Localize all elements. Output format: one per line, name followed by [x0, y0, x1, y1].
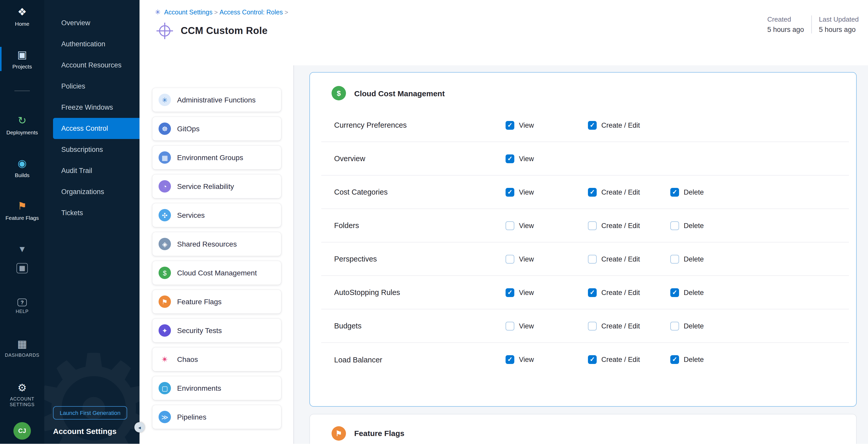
- resource-card-gitops[interactable]: ☸GitOps: [152, 117, 281, 140]
- permission-resource-label: Overview: [321, 154, 505, 163]
- resource-card-label: Environments: [177, 384, 221, 392]
- checkbox-autostopping-rules-view[interactable]: ✓: [505, 288, 514, 297]
- checkbox-cost-categories-delete[interactable]: ✓: [670, 188, 679, 196]
- rail-item-deployments[interactable]: ↻Deployments: [0, 113, 44, 137]
- permission-action-label: View: [519, 121, 534, 129]
- cube-icon: ▣: [17, 49, 27, 61]
- deployments-icon: ↻: [18, 114, 27, 127]
- rail-item-account-settings[interactable]: ⚙ACCOUNT SETTINGS: [0, 380, 44, 410]
- sidebar-item-overview[interactable]: Overview: [53, 12, 140, 33]
- gitops-icon: ☸: [159, 123, 171, 135]
- resource-card-administrative-functions[interactable]: ✳Administrative Functions: [152, 88, 281, 112]
- permission-row-cost-categories: Cost Categories✓View✓Create / Edit✓Delet…: [321, 176, 849, 209]
- resource-card-security-tests[interactable]: ✦Security Tests: [152, 319, 281, 342]
- permission-resource-label: Currency Preferences: [321, 121, 505, 129]
- checkbox-perspectives-create-edit[interactable]: [588, 255, 597, 263]
- checkbox-folders-view[interactable]: [505, 221, 514, 230]
- checkbox-cost-categories-create-edit[interactable]: ✓: [588, 188, 597, 196]
- resource-card-chaos[interactable]: ✴Chaos: [152, 347, 281, 371]
- flag-icon: ⚑: [18, 200, 27, 212]
- permission-resource-label: Perspectives: [321, 255, 505, 263]
- permission-action-label: Delete: [684, 356, 704, 363]
- resource-card-environments[interactable]: ▢Environments: [152, 376, 281, 400]
- resource-card-environment-groups[interactable]: ▦Environment Groups: [152, 146, 281, 169]
- checkbox-folders-delete[interactable]: [670, 221, 679, 230]
- rail-item-help[interactable]: ?HELP: [0, 297, 44, 317]
- checkbox-folders-create-edit[interactable]: [588, 221, 597, 230]
- resource-card-shared-resources[interactable]: ◈Shared Resources: [152, 232, 281, 256]
- rail-item-module-grid[interactable]: ▦: [0, 261, 44, 275]
- permission-cell: ✓View: [505, 355, 588, 364]
- sidebar-item-audit-trail[interactable]: Audit Trail: [53, 160, 140, 181]
- resource-card-label: Security Tests: [177, 326, 222, 335]
- checkbox-currency-preferences-create-edit[interactable]: ✓: [588, 121, 597, 129]
- permission-cell: View: [505, 321, 588, 330]
- resource-card-cloud-cost-management[interactable]: $Cloud Cost Management: [152, 261, 281, 285]
- shared-resources-icon: ◈: [159, 238, 171, 250]
- breadcrumb-link-access-control-roles[interactable]: Access Control: Roles: [220, 8, 283, 16]
- permission-action-label: Create / Edit: [601, 356, 640, 363]
- user-avatar[interactable]: CJ: [13, 422, 31, 440]
- dashboards-icon: ▦: [17, 338, 27, 350]
- created-value: 5 hours ago: [767, 26, 804, 33]
- sidebar-item-account-resources[interactable]: Account Resources: [53, 55, 140, 76]
- sidebar-menu: OverviewAuthenticationAccount ResourcesP…: [44, 12, 140, 223]
- rail-item-label: Deployments: [6, 129, 38, 135]
- checkbox-budgets-delete[interactable]: [670, 321, 679, 330]
- rail-item-feature-flags[interactable]: ⚑Feature Flags: [0, 198, 44, 222]
- sidebar-item-access-control[interactable]: Access Control: [53, 118, 140, 139]
- permission-cell: ✓View: [505, 154, 588, 163]
- checkbox-overview-view[interactable]: ✓: [505, 154, 514, 163]
- checkbox-budgets-view[interactable]: [505, 321, 514, 330]
- breadcrumb-link-account-settings[interactable]: Account Settings: [164, 8, 213, 16]
- checkbox-cost-categories-view[interactable]: ✓: [505, 188, 514, 196]
- resource-card-services[interactable]: ✣Services: [152, 203, 281, 227]
- app-root: ❖Home▣Projects↻Deployments◉Builds⚑Featur…: [0, 0, 868, 444]
- resource-group-panel: ✳Administrative Functions☸GitOps▦Environ…: [140, 65, 294, 444]
- resource-card-service-reliability[interactable]: ◔Service Reliability: [152, 175, 281, 198]
- rail-item-home[interactable]: ❖Home: [0, 4, 44, 28]
- rail-item-builds[interactable]: ◉Builds: [0, 155, 44, 180]
- last-updated-label: Last Updated: [819, 15, 859, 23]
- sidebar-item-organizations[interactable]: Organizations: [53, 181, 140, 202]
- resource-card-label: Chaos: [177, 355, 198, 363]
- environment-groups-icon: ▦: [159, 151, 171, 164]
- title-row: CCM Custom Role: [155, 25, 860, 36]
- permission-row-overview: Overview✓View: [321, 142, 849, 176]
- checkbox-autostopping-rules-create-edit[interactable]: ✓: [588, 288, 597, 297]
- breadcrumb-separator: >: [283, 8, 288, 16]
- checkbox-perspectives-delete[interactable]: [670, 255, 679, 263]
- permission-row-load-balancer: Load Balancer✓View✓Create / Edit✓Delete: [321, 343, 849, 376]
- checkbox-load-balancer-create-edit[interactable]: ✓: [588, 355, 597, 364]
- permission-action-label: Delete: [684, 222, 704, 229]
- sidebar-item-tickets[interactable]: Tickets: [53, 202, 140, 223]
- checkbox-perspectives-view[interactable]: [505, 255, 514, 263]
- checkbox-budgets-create-edit[interactable]: [588, 321, 597, 330]
- launch-first-generation-button[interactable]: Launch First Generation: [53, 406, 127, 419]
- resource-card-pipelines[interactable]: ≫Pipelines: [152, 405, 281, 429]
- checkbox-autostopping-rules-delete[interactable]: ✓: [670, 288, 679, 297]
- rail-item-label: Projects: [12, 63, 32, 69]
- chat-icon: ?: [18, 299, 27, 307]
- permission-resource-label: AutoStopping Rules: [321, 288, 505, 296]
- resource-card-label: Pipelines: [177, 413, 207, 421]
- permission-action-label: View: [519, 222, 534, 229]
- permission-cell: ✓View: [505, 288, 588, 297]
- chevron-down-icon: ▾: [20, 243, 25, 255]
- sidebar-item-authentication[interactable]: Authentication: [53, 33, 140, 55]
- rail-item-module-chevron[interactable]: ▾: [0, 241, 44, 256]
- sidebar-collapse-button[interactable]: ◂: [134, 422, 145, 433]
- breadcrumb-links: Account Settings > Access Control: Roles…: [164, 8, 288, 16]
- permission-action-label: View: [519, 188, 534, 196]
- checkbox-load-balancer-delete[interactable]: ✓: [670, 355, 679, 364]
- resource-card-feature-flags[interactable]: ⚑Feature Flags: [152, 290, 281, 314]
- sidebar-item-subscriptions[interactable]: Subscriptions: [53, 139, 140, 160]
- sidebar-item-freeze-windows[interactable]: Freeze Windows: [53, 97, 140, 118]
- rail-item-dashboards[interactable]: ▦DASHBOARDS: [0, 336, 44, 360]
- checkbox-load-balancer-view[interactable]: ✓: [505, 355, 514, 364]
- page-header: ✳ Account Settings > Access Control: Rol…: [140, 0, 868, 65]
- service-reliability-icon: ◔: [159, 180, 171, 193]
- sidebar-item-policies[interactable]: Policies: [53, 76, 140, 97]
- rail-item-projects[interactable]: ▣Projects: [0, 47, 44, 71]
- checkbox-currency-preferences-view[interactable]: ✓: [505, 121, 514, 129]
